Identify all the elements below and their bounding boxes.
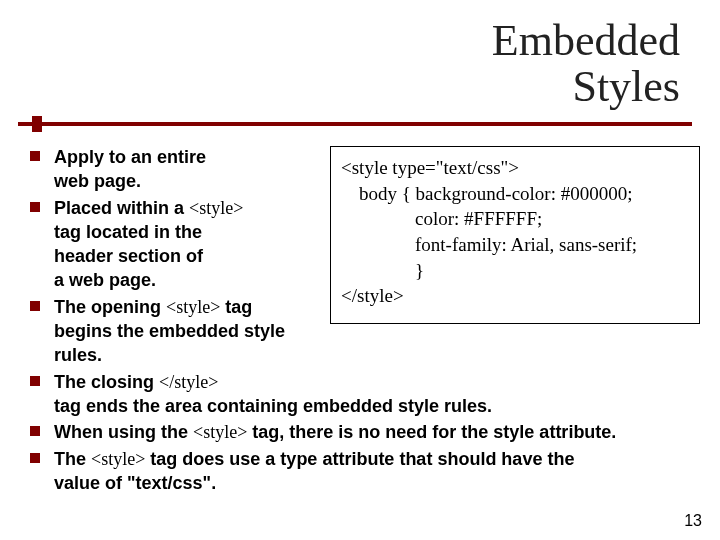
list-item: When using the <style> tag, there is no …: [20, 420, 700, 444]
title-underline: [18, 122, 692, 126]
slide-title: Embedded Styles: [0, 0, 720, 116]
code-line: }: [341, 258, 689, 284]
code-line: body { background-color: #000000;: [341, 181, 689, 207]
list-item: The <style> tag does use a type attribut…: [20, 447, 700, 496]
code-line: <style type="text/css">: [341, 155, 689, 181]
code-example-box: <style type="text/css"> body { backgroun…: [330, 146, 700, 324]
code-line: </style>: [341, 283, 689, 309]
title-line-2: Styles: [572, 62, 680, 111]
page-number: 13: [684, 512, 702, 530]
list-item: The closing </style> tag ends the area c…: [20, 370, 700, 419]
code-line: font-family: Arial, sans-serif;: [341, 232, 689, 258]
code-line: color: #FFFFFF;: [341, 206, 689, 232]
title-line-1: Embedded: [492, 16, 680, 65]
